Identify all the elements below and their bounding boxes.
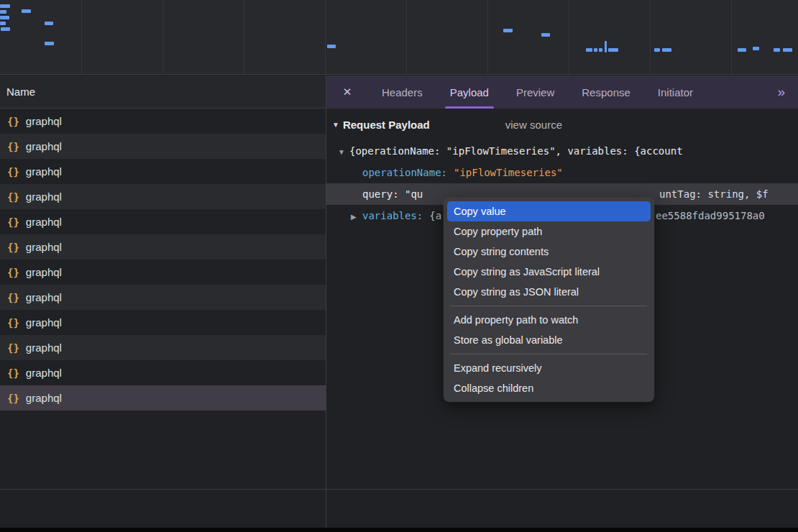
network-request-row[interactable]: {} graphql bbox=[0, 234, 326, 260]
context-menu-item bbox=[451, 306, 647, 306]
network-request-row[interactable]: {} graphql bbox=[0, 260, 326, 285]
json-file-icon: {} bbox=[7, 292, 19, 303]
json-file-icon: {} bbox=[7, 267, 19, 278]
request-name: graphql bbox=[26, 291, 62, 303]
context-menu-item[interactable]: Add property path to watch bbox=[444, 310, 654, 330]
timeline-bar bbox=[45, 42, 54, 45]
property-fragment-left: query: "qu bbox=[362, 188, 423, 200]
network-request-row[interactable]: {} graphql bbox=[0, 159, 326, 184]
timeline-gridline bbox=[650, 0, 651, 74]
timeline-gridline bbox=[487, 0, 488, 74]
network-overview-timeline[interactable] bbox=[0, 0, 798, 75]
collapse-arrow-icon[interactable]: ▶ bbox=[351, 206, 362, 226]
timeline-gridline bbox=[731, 0, 732, 74]
timeline-bar bbox=[22, 9, 31, 13]
timeline-gridline bbox=[162, 0, 163, 74]
json-file-icon: {} bbox=[7, 191, 19, 203]
context-menu: Copy value Copy property path Copy strin… bbox=[444, 198, 654, 402]
network-request-row[interactable]: {} graphql bbox=[0, 209, 326, 234]
timeline-gridline bbox=[81, 0, 82, 74]
timeline-bar bbox=[753, 47, 759, 50]
context-menu-item[interactable]: Collapse children bbox=[444, 378, 654, 398]
timeline-bars bbox=[0, 0, 798, 74]
timeline-bar bbox=[599, 48, 602, 52]
tree-row-operation-name[interactable]: operationName:"ipFlowTimeseries" bbox=[326, 162, 798, 183]
timeline-bar bbox=[774, 48, 780, 52]
property-key: variables: bbox=[362, 210, 423, 221]
json-file-icon: {} bbox=[7, 141, 19, 152]
timeline-bar bbox=[541, 33, 550, 37]
timeline-bar bbox=[605, 41, 607, 52]
view-source-link[interactable]: view source bbox=[505, 119, 562, 131]
name-column-label: Name bbox=[6, 86, 35, 98]
timeline-bar bbox=[0, 10, 6, 14]
request-name: graphql bbox=[26, 241, 62, 253]
json-file-icon: {} bbox=[7, 367, 19, 379]
window-bottom-edge bbox=[0, 528, 798, 532]
property-key: operationName: bbox=[362, 167, 447, 178]
detail-tab[interactable]: Preview bbox=[503, 75, 568, 109]
timeline-bar bbox=[45, 22, 53, 25]
json-file-icon: {} bbox=[7, 166, 19, 178]
network-request-row[interactable]: {} graphql bbox=[0, 184, 326, 209]
name-column-header[interactable]: Name bbox=[0, 75, 326, 109]
detail-tab[interactable]: Initiator bbox=[644, 75, 707, 109]
json-file-icon: {} bbox=[7, 116, 19, 127]
timeline-gridline bbox=[569, 0, 569, 74]
detail-tab[interactable]: Response bbox=[568, 75, 644, 109]
timeline-bar bbox=[654, 48, 660, 52]
timeline-bar bbox=[0, 4, 10, 8]
timeline-bar bbox=[1, 27, 10, 31]
context-menu-item[interactable]: Copy string contents bbox=[444, 242, 654, 262]
more-tabs-chevron-icon[interactable]: » bbox=[777, 75, 785, 109]
context-menu-item[interactable]: Store as global variable bbox=[444, 330, 654, 350]
network-request-row[interactable]: {} graphql bbox=[0, 310, 326, 335]
close-panel-button[interactable]: ✕ bbox=[326, 75, 368, 109]
status-bar-divider bbox=[0, 489, 798, 490]
request-name: graphql bbox=[26, 392, 62, 404]
context-menu-item[interactable]: Copy value bbox=[447, 201, 651, 221]
request-name: graphql bbox=[26, 191, 62, 203]
section-expand-arrow-icon[interactable]: ▼ bbox=[332, 121, 339, 129]
timeline-bar bbox=[503, 29, 513, 32]
context-menu-item[interactable]: Copy property path bbox=[444, 221, 654, 242]
property-fragment-right: untTag: string, $f bbox=[659, 183, 769, 205]
context-menu-item[interactable]: Copy string as JavaScript literal bbox=[444, 262, 654, 282]
network-request-list: {} graphql {} graphql {} graphql {} grap… bbox=[0, 109, 326, 411]
timeline-bar bbox=[738, 48, 746, 52]
timeline-gridline bbox=[325, 0, 326, 74]
request-name: graphql bbox=[26, 266, 62, 278]
tree-row-root-object[interactable]: ▼{operationName: "ipFlowTimeseries", var… bbox=[326, 140, 798, 162]
timeline-bar bbox=[327, 45, 336, 48]
timeline-bar bbox=[608, 48, 618, 52]
request-name: graphql bbox=[26, 316, 62, 329]
timeline-bar bbox=[662, 48, 671, 52]
detail-tab[interactable]: Payload bbox=[436, 75, 503, 109]
tab-list: Headers Payload Preview Response Initiat… bbox=[368, 75, 707, 109]
json-file-icon: {} bbox=[7, 342, 19, 354]
property-value: "ipFlowTimeseries" bbox=[454, 167, 563, 178]
context-menu-item[interactable]: Expand recursively bbox=[444, 358, 654, 378]
network-request-row[interactable]: {} graphql bbox=[0, 360, 326, 385]
request-name: graphql bbox=[26, 115, 62, 127]
network-request-row[interactable]: {} graphql bbox=[0, 335, 326, 360]
context-menu-item[interactable]: Copy string as JSON literal bbox=[444, 282, 654, 302]
timeline-gridline bbox=[244, 0, 244, 74]
timeline-bar bbox=[783, 48, 792, 52]
detail-tab[interactable]: Headers bbox=[368, 75, 436, 109]
expand-arrow-icon[interactable]: ▼ bbox=[338, 142, 349, 162]
request-name: graphql bbox=[26, 367, 62, 379]
timeline-bar bbox=[594, 48, 597, 52]
network-request-row[interactable]: {} graphql bbox=[0, 134, 326, 159]
network-request-row[interactable]: {} graphql bbox=[0, 285, 326, 310]
context-menu-item bbox=[451, 354, 647, 354]
property-preview-left: {a bbox=[429, 210, 441, 221]
network-request-row[interactable]: {} graphql bbox=[0, 385, 326, 411]
section-title: Request Payload bbox=[343, 119, 430, 131]
request-payload-section-header[interactable]: ▼ Request Payload view source bbox=[332, 119, 562, 131]
network-request-row[interactable]: {} graphql bbox=[0, 109, 326, 134]
timeline-bar bbox=[586, 48, 592, 52]
timeline-bar bbox=[0, 16, 9, 19]
json-file-icon: {} bbox=[7, 393, 19, 404]
timeline-gridline bbox=[406, 0, 407, 74]
